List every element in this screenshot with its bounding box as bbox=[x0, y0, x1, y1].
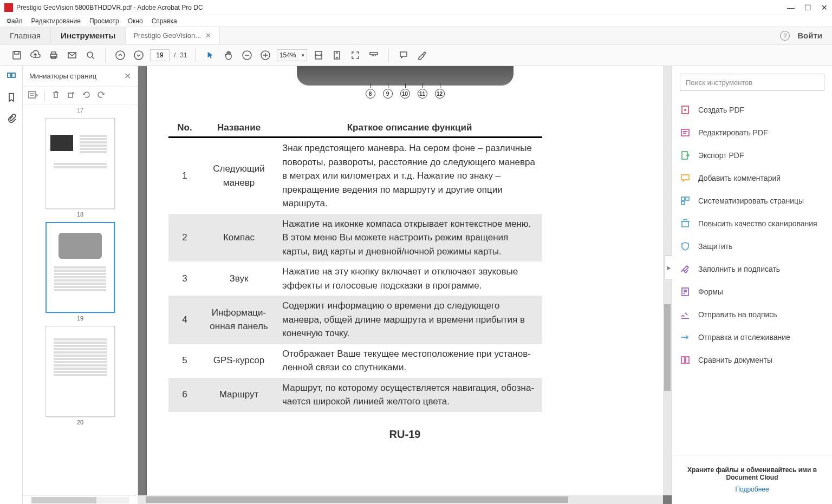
thumbnail-page-19[interactable] bbox=[46, 222, 115, 313]
tool-compare[interactable]: Сравнить документы bbox=[680, 349, 824, 371]
window-title: Prestigio GeoVision 5800BTHDDVR.pdf - Ad… bbox=[16, 4, 787, 11]
search-icon[interactable] bbox=[85, 50, 96, 61]
tool-edit-pdf[interactable]: Редактировать PDF bbox=[680, 121, 824, 144]
minimize-button[interactable]: — bbox=[787, 3, 795, 12]
page-separator: / bbox=[174, 51, 176, 59]
tool-export-pdf[interactable]: Экспорт PDF bbox=[680, 144, 824, 167]
zoom-select[interactable]: 154%▾ bbox=[277, 49, 307, 61]
delete-page-icon[interactable] bbox=[51, 90, 60, 101]
svg-point-6 bbox=[87, 52, 93, 57]
tool-forms[interactable]: Формы bbox=[680, 280, 824, 303]
tool-create-pdf[interactable]: Создать PDF bbox=[680, 99, 824, 121]
menu-file[interactable]: Файл bbox=[6, 17, 23, 25]
thumbnail-panel-title: Миниатюры страниц bbox=[29, 72, 96, 80]
tab-document[interactable]: Prestigio GeoVision... ✕ bbox=[126, 27, 219, 44]
bookmarks-rail-icon[interactable] bbox=[6, 92, 17, 103]
thumbnail-scroll[interactable]: 17 18 19 20 bbox=[23, 105, 138, 495]
fit-width-icon[interactable] bbox=[313, 50, 324, 61]
app-icon bbox=[4, 3, 13, 12]
zoom-out-icon[interactable] bbox=[242, 50, 252, 61]
fullscreen-icon[interactable] bbox=[350, 50, 361, 61]
collapse-right-panel-icon[interactable]: ▶ bbox=[665, 256, 672, 279]
tool-enhance-scan[interactable]: Повысить качество сканирования bbox=[680, 212, 824, 235]
tool-send-for-signature[interactable]: Отправить на подпись bbox=[680, 303, 824, 326]
menu-window[interactable]: Окно bbox=[128, 17, 143, 25]
signin-button[interactable]: Войти bbox=[797, 31, 822, 40]
tab-close-icon[interactable]: ✕ bbox=[205, 31, 211, 40]
right-panel-footer: Храните файлы и обменивайтесь ими в Docu… bbox=[672, 455, 832, 504]
zoom-value: 154% bbox=[280, 51, 296, 59]
toolbar: / 31 154%▾ bbox=[0, 44, 832, 66]
print-icon[interactable] bbox=[48, 50, 59, 61]
svg-point-8 bbox=[134, 51, 143, 60]
comment-icon[interactable] bbox=[398, 50, 409, 61]
help-icon[interactable]: ? bbox=[780, 31, 790, 41]
tab-document-label: Prestigio GeoVision... bbox=[133, 31, 201, 40]
undo-icon[interactable] bbox=[82, 90, 90, 101]
rotate-page-icon[interactable] bbox=[67, 90, 75, 101]
maximize-button[interactable]: ☐ bbox=[804, 3, 811, 12]
tab-tools[interactable]: Инструменты bbox=[51, 27, 126, 44]
send-signature-icon bbox=[680, 309, 691, 320]
svg-rect-17 bbox=[68, 93, 73, 97]
svg-rect-22 bbox=[686, 197, 689, 200]
zoom-in-icon[interactable] bbox=[260, 50, 271, 61]
tool-organize-pages[interactable]: Систематизировать страницы bbox=[680, 189, 824, 212]
tool-fill-sign[interactable]: Заполнить и подписать bbox=[680, 258, 824, 280]
page-number-input[interactable] bbox=[150, 49, 170, 61]
footer-text: Храните файлы и обменивайтесь ими в Docu… bbox=[680, 466, 824, 481]
thumbnail-options-icon[interactable] bbox=[28, 91, 38, 100]
table-row: 6МаршрутМаршрут, по которому осуществляе… bbox=[168, 378, 542, 412]
thumbnails-rail-icon[interactable] bbox=[6, 71, 17, 82]
document-page[interactable]: 8 9 10 11 12 No. Название Краткое описан… bbox=[147, 66, 663, 495]
footer-link[interactable]: Подробнее bbox=[680, 486, 824, 493]
thumbnail-panel-close-icon[interactable]: ✕ bbox=[124, 71, 131, 81]
doc-vscroll[interactable] bbox=[663, 66, 672, 495]
compare-icon bbox=[680, 355, 691, 365]
tabbar: Главная Инструменты Prestigio GeoVision.… bbox=[0, 27, 832, 44]
document-area: 8 9 10 11 12 No. Название Краткое описан… bbox=[138, 66, 672, 504]
hand-icon[interactable] bbox=[223, 50, 234, 61]
cloud-upload-icon[interactable] bbox=[30, 50, 41, 61]
tool-protect[interactable]: Защитить bbox=[680, 235, 824, 258]
search-tools-input[interactable]: Поиск инструментов bbox=[680, 74, 824, 91]
menu-view[interactable]: Просмотр bbox=[89, 17, 119, 25]
device-illustration: 8 9 10 11 12 bbox=[297, 66, 514, 86]
callout-12: 12 bbox=[435, 89, 445, 99]
thumbnail-hscroll[interactable] bbox=[23, 495, 138, 504]
fit-page-icon[interactable] bbox=[332, 50, 342, 61]
edit-pdf-icon bbox=[680, 127, 691, 138]
menu-help[interactable]: Справка bbox=[152, 17, 177, 25]
menu-edit[interactable]: Редактирование bbox=[31, 17, 81, 25]
thumbnail-toolbar bbox=[23, 87, 138, 105]
table-row: 4Информаци- онная панельСодержит информа… bbox=[168, 296, 542, 344]
save-icon[interactable] bbox=[11, 50, 22, 61]
tool-send-track[interactable]: Отправка и отслеживание bbox=[680, 326, 824, 349]
callout-8: 8 bbox=[366, 89, 375, 99]
thumbnail-page-18[interactable] bbox=[46, 118, 115, 209]
table-row: 5GPS-курсорОтображает Ваше текущее место… bbox=[168, 344, 542, 378]
read-mode-icon[interactable] bbox=[368, 50, 379, 61]
callout-11: 11 bbox=[418, 89, 427, 99]
svg-rect-23 bbox=[681, 201, 685, 205]
pointer-icon[interactable] bbox=[205, 50, 216, 61]
main-area: Миниатюры страниц ✕ 17 18 19 bbox=[0, 66, 832, 504]
tool-add-comment[interactable]: Добавить комментарий bbox=[680, 167, 824, 189]
send-track-icon bbox=[680, 332, 691, 343]
fill-sign-icon bbox=[680, 264, 691, 274]
comment-tool-icon bbox=[680, 173, 691, 184]
organize-icon bbox=[680, 195, 691, 206]
highlight-icon[interactable] bbox=[417, 50, 427, 61]
mail-icon[interactable] bbox=[67, 50, 77, 61]
page-up-icon[interactable] bbox=[115, 50, 126, 61]
page-down-icon[interactable] bbox=[133, 50, 144, 61]
thumbnail-page-20[interactable] bbox=[46, 326, 115, 417]
attachments-rail-icon[interactable] bbox=[6, 113, 17, 123]
close-button[interactable]: ✕ bbox=[821, 3, 828, 12]
th-no: No. bbox=[168, 119, 201, 138]
page-total: 31 bbox=[180, 51, 187, 59]
thumb-label-19: 19 bbox=[23, 315, 138, 322]
tab-home[interactable]: Главная bbox=[0, 27, 51, 44]
doc-hscroll[interactable] bbox=[138, 495, 663, 504]
redo-icon[interactable] bbox=[97, 90, 106, 101]
